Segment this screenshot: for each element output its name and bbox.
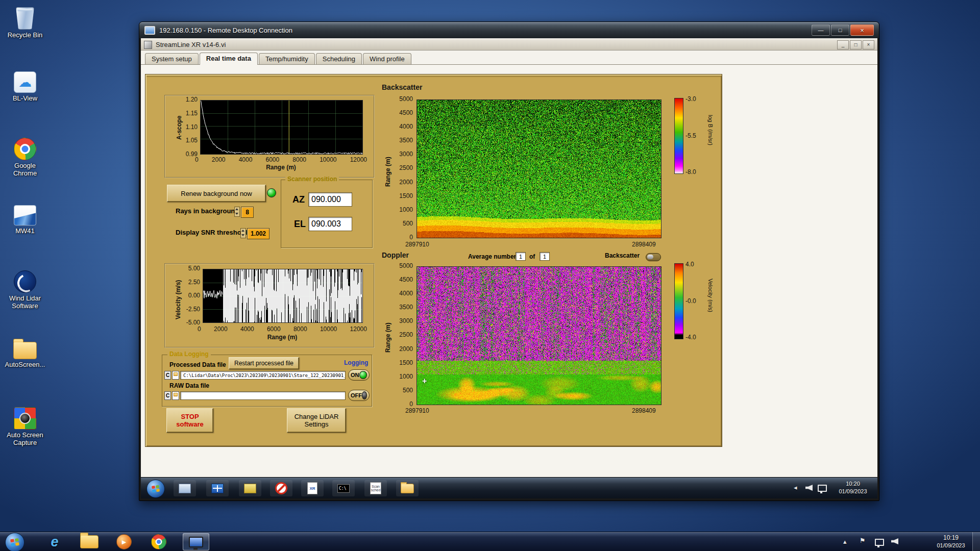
close-button[interactable]: × xyxy=(850,24,874,36)
clock-date: 01/09/2023 xyxy=(926,542,975,549)
tick-label: 4000 xyxy=(399,291,413,296)
raw-logging-toggle[interactable]: OFF xyxy=(348,390,370,401)
remote-taskbar-scan-sched-app[interactable]: Scan sched xyxy=(364,480,387,496)
desktop-icon-wind-lidar[interactable]: Wind Lidar Software xyxy=(2,270,48,310)
taskbar-clock[interactable]: 10:19 01/09/2023 xyxy=(926,533,975,550)
tick-label: 3500 xyxy=(399,138,413,143)
scanner-position-group: Scanner position AZ 090.000 EL 090.003 xyxy=(281,180,373,248)
app-close-button[interactable]: × xyxy=(863,40,874,49)
remote-clock[interactable]: 10:20 01/09/2023 xyxy=(831,480,875,495)
raw-path-field[interactable] xyxy=(180,391,346,400)
action-center-flag-icon[interactable]: ⚑ xyxy=(860,537,866,544)
volume-icon[interactable] xyxy=(891,538,898,544)
tick-label: 1500 xyxy=(399,360,413,366)
network-icon[interactable] xyxy=(875,539,884,546)
minimize-button[interactable]: — xyxy=(812,24,830,36)
windows-flag-icon xyxy=(151,484,160,493)
taskbar-chrome[interactable] xyxy=(147,533,170,550)
remote-tray-arrow-icon[interactable]: ◂ xyxy=(794,484,797,491)
of-label: of xyxy=(529,253,535,260)
taskbar-internet-explorer[interactable]: e xyxy=(43,533,66,550)
tick-label: 1.15 xyxy=(186,111,198,116)
on-label: ON xyxy=(351,372,359,378)
snr-threshold-value[interactable]: 1.002 xyxy=(247,228,270,239)
backscatter-toggle[interactable] xyxy=(646,253,661,261)
console-icon: C:\ xyxy=(337,484,350,493)
backscatter-colorbar-label: log B (/m/sr) xyxy=(707,115,714,145)
desktop-icon-label: Recycle Bin xyxy=(2,31,48,39)
az-value-field[interactable]: 090.000 xyxy=(308,192,352,207)
remote-volume-icon[interactable] xyxy=(805,485,813,491)
tick-label: 6000 xyxy=(265,156,279,163)
average-total-field[interactable]: 1 xyxy=(540,252,550,261)
doppler-heatmap xyxy=(416,266,662,405)
remote-taskbar-grid-app[interactable] xyxy=(206,480,229,496)
tick-label: 3500 xyxy=(399,305,413,310)
rays-in-background-value[interactable]: 8 xyxy=(241,207,254,218)
tick-label: 8000 xyxy=(293,325,307,333)
logging-label: Logging xyxy=(344,359,368,366)
tab-real-time-data[interactable]: Real time data xyxy=(200,53,258,65)
remote-taskbar-yellow-app[interactable] xyxy=(239,480,261,496)
taskbar-explorer[interactable] xyxy=(78,533,101,550)
el-value-field[interactable]: 090.003 xyxy=(308,217,352,231)
renew-background-button[interactable]: Renew background now xyxy=(167,185,266,202)
desktop-icon-mw41[interactable]: MW41 xyxy=(2,205,48,235)
tab-system-setup[interactable]: System setup xyxy=(145,53,199,64)
snr-spinner[interactable] xyxy=(240,228,246,238)
taskbar-rdp-active[interactable] xyxy=(183,533,209,550)
a-scope-x-ticks: 020004000600080001000012000 xyxy=(195,156,367,163)
processed-path-field[interactable]: C:\Lidar\Data\Proc\2023\202309\20230901\… xyxy=(180,371,346,380)
app-titlebar[interactable]: StreamLine XR v14-6.vi _ □ × xyxy=(141,39,877,51)
raw-browse-icon[interactable] xyxy=(172,391,179,400)
remote-taskbar-stop-app[interactable] xyxy=(270,480,292,496)
app-minimize-button[interactable]: _ xyxy=(837,40,849,49)
remote-start-button[interactable] xyxy=(146,480,165,498)
snr-threshold-label: Display SNR threshold xyxy=(176,229,247,236)
processed-drive-selector[interactable]: C xyxy=(164,371,171,380)
rdp-titlebar[interactable]: 192.168.0.150 - Remote Desktop Connectio… xyxy=(139,22,879,38)
tray-up-arrow-icon[interactable]: ▴ xyxy=(843,538,847,545)
desktop-icon-recycle-bin[interactable]: Recycle Bin xyxy=(2,5,48,39)
tick-label: 1500 xyxy=(399,193,413,199)
processed-logging-toggle[interactable]: ON xyxy=(348,369,370,381)
taskbar-media-player[interactable]: ▶ xyxy=(112,533,136,550)
desktop-icon-autoscreen-folder[interactable]: AutoScreen... xyxy=(2,338,48,368)
remote-taskbar-console-app[interactable]: C:\ xyxy=(332,480,355,496)
stop-label-line1: STOP xyxy=(181,413,199,420)
tick-label: 0 xyxy=(409,402,413,407)
rays-spinner[interactable] xyxy=(234,207,240,217)
tick-label: 1.20 xyxy=(186,97,198,103)
cursor-crosshair: + xyxy=(422,377,427,386)
remote-taskbar-xr-app[interactable]: XR xyxy=(301,480,324,496)
start-button[interactable] xyxy=(5,533,24,551)
taskbar: e ▶ ▴ ⚑ 10:19 01/09/2023 xyxy=(0,532,980,551)
a-scope-frame: 1.201.151.101.050.99 A-scope 02000400060… xyxy=(164,95,375,178)
rays-in-background-label: Rays in background xyxy=(176,207,239,215)
desktop-icon-auto-screen-capture[interactable]: Auto Screen Capture xyxy=(2,407,48,446)
raw-drive-selector[interactable]: C xyxy=(164,391,171,400)
restart-processed-file-button[interactable]: Restart processed file xyxy=(229,357,299,369)
desktop-icon-bl-view[interactable]: ☁ BL-View xyxy=(2,71,48,102)
maximize-button[interactable]: □ xyxy=(831,24,849,36)
remote-network-icon[interactable] xyxy=(818,485,827,492)
app-title: StreamLine XR v14-6.vi xyxy=(156,41,226,48)
remote-taskbar-window-app[interactable] xyxy=(174,480,196,496)
mw41-icon xyxy=(14,205,36,226)
data-logging-group: Data Logging Processed Data file Restart… xyxy=(162,355,372,407)
tick-label: 500 xyxy=(403,221,413,227)
app-restore-button[interactable]: □ xyxy=(850,40,862,49)
tab-wind-profile[interactable]: Wind profile xyxy=(363,53,411,64)
change-lidar-settings-button[interactable]: Change LiDAR Settings xyxy=(287,408,346,433)
doppler-colorbar xyxy=(674,263,683,339)
stop-software-button[interactable]: STOP software xyxy=(166,408,213,433)
tab-scheduling[interactable]: Scheduling xyxy=(316,53,362,64)
average-number-field[interactable]: 1 xyxy=(516,252,526,261)
folder-icon xyxy=(401,484,414,493)
desktop-icon-google-chrome[interactable]: Google Chrome xyxy=(2,138,48,177)
processed-browse-icon[interactable] xyxy=(172,371,179,380)
remote-taskbar-explorer[interactable] xyxy=(396,480,419,496)
a-scope-plot xyxy=(200,100,363,155)
tab-temp-humidity[interactable]: Temp/humidity xyxy=(259,53,315,64)
show-desktop-button[interactable] xyxy=(972,532,980,551)
